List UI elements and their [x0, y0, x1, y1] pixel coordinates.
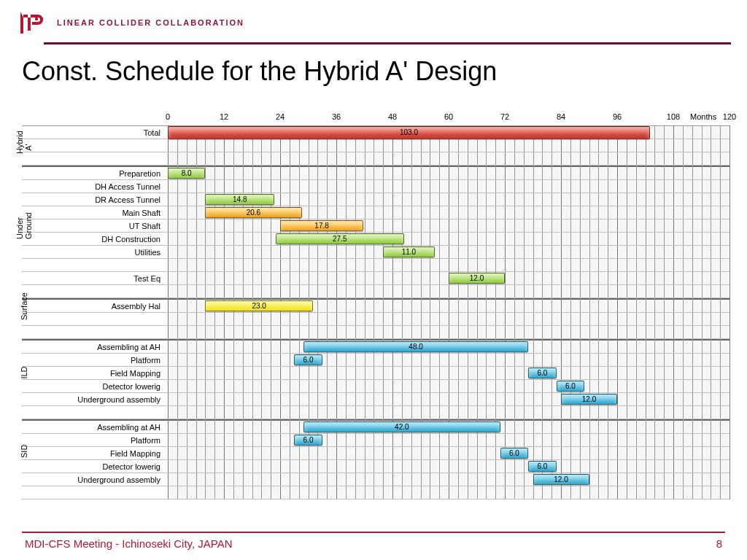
- axis-tick: 108: [667, 112, 680, 121]
- spacer-row: [22, 326, 729, 339]
- axis-unit: Months: [690, 112, 716, 121]
- task-track: 6.0: [168, 354, 729, 366]
- task-label: Field Mapping: [22, 367, 168, 379]
- task-label: Field Mapping: [22, 447, 168, 459]
- task-label: Assembling at AH: [22, 421, 168, 433]
- task-label: [22, 313, 168, 325]
- gantt-bar: 27.5: [276, 233, 404, 244]
- gantt-bar: 6.0: [557, 381, 585, 392]
- task-track: [168, 313, 729, 325]
- task-track: 12.0: [168, 473, 729, 486]
- task-label: Preparetion: [22, 167, 168, 179]
- task-label: [22, 139, 168, 152]
- task-label: [22, 152, 168, 165]
- task-label: Total: [22, 126, 168, 139]
- task-track: 11.0: [168, 246, 729, 258]
- task-track: 23.0: [168, 300, 729, 312]
- brand-logo-icon: [16, 10, 47, 35]
- gantt-bar: 11.0: [383, 246, 435, 257]
- task-row: Test Eq12.0: [22, 272, 729, 285]
- task-label: [22, 326, 168, 338]
- task-row: Total103.0: [22, 126, 729, 139]
- axis-tick: 12: [220, 112, 228, 121]
- task-track: 8.0: [168, 167, 729, 179]
- task-row: Assembling at AH48.0: [22, 341, 729, 354]
- spacer-row: [22, 152, 729, 166]
- task-label: Underground assembly: [22, 393, 168, 405]
- task-label: Detector lowerig: [22, 460, 168, 472]
- task-label: Assembly Hal: [22, 300, 168, 312]
- task-track: 20.6: [168, 206, 729, 219]
- task-label: [22, 486, 168, 499]
- task-row: Main Shaft20.6: [22, 206, 729, 219]
- footer: MDI-CFS Meeting - Ichinoseki City, JAPAN…: [0, 532, 747, 550]
- task-track: 42.0: [168, 421, 729, 433]
- task-track: [168, 180, 729, 192]
- svg-point-1: [40, 18, 43, 20]
- gantt-bar: 6.0: [528, 461, 557, 472]
- gantt-bar: 6.0: [500, 448, 529, 459]
- group-label: Surface: [20, 307, 28, 320]
- gantt-bar: 6.0: [528, 368, 557, 378]
- task-label: Test Eq: [22, 272, 168, 284]
- task-row: Field Mapping6.0: [22, 367, 729, 380]
- task-row: Detector lowerig6.0: [22, 460, 729, 473]
- task-track: 14.8: [168, 193, 729, 206]
- gantt-chart: 01224364860728496108120Months Total103.0…: [22, 112, 729, 499]
- task-row: Underground assembly12.0: [22, 473, 729, 486]
- task-track: 27.5: [168, 233, 729, 245]
- task-row: Underground assembly12.0: [22, 393, 729, 406]
- spacer-row: [22, 139, 729, 152]
- svg-point-0: [35, 18, 38, 20]
- task-track: [168, 406, 729, 419]
- spacer-row: [22, 486, 729, 499]
- brand: LINEAR COLLIDER COLLABORATION: [16, 10, 731, 35]
- group-label: Under Ground: [15, 226, 33, 239]
- axis-tick: 0: [166, 112, 170, 121]
- axis-tick: 84: [557, 112, 565, 121]
- task-track: [168, 259, 729, 271]
- gantt-bar: 6.0: [294, 354, 322, 365]
- gantt-grid: Total103.0Preparetion8.0DH Access Tunnel…: [22, 125, 729, 499]
- axis-tick: 120: [723, 112, 736, 121]
- page-title: Const. Schedule for the Hybrid A' Design: [0, 44, 747, 93]
- task-track: 12.0: [168, 272, 729, 284]
- task-track: 103.0: [168, 126, 729, 139]
- task-label: Assembling at AH: [22, 341, 168, 353]
- gantt-bar: 12.0: [533, 474, 589, 485]
- gantt-bar: 6.0: [294, 435, 322, 446]
- task-label: Detector lowerig: [22, 380, 168, 392]
- task-row: Platform6.0: [22, 354, 729, 367]
- task-track: 48.0: [168, 341, 729, 353]
- task-label: Main Shaft: [22, 206, 168, 219]
- axis-tick: 36: [332, 112, 341, 121]
- task-row: Assembling at AH42.0: [22, 421, 729, 434]
- axis-tick: 48: [388, 112, 397, 121]
- brand-name: LINEAR COLLIDER COLLABORATION: [57, 18, 244, 27]
- gantt-bar: 17.8: [280, 220, 363, 231]
- task-track: 6.0: [168, 434, 729, 446]
- task-row: Utilities11.0: [22, 246, 729, 259]
- gantt-bar: 8.0: [168, 168, 205, 179]
- spacer-row: [22, 313, 729, 326]
- gantt-bar: 20.6: [205, 207, 301, 218]
- task-row: Detector lowerig6.0: [22, 380, 729, 393]
- task-label: DR Access Tunnel: [22, 193, 168, 206]
- task-label: [22, 259, 168, 271]
- gantt-bar: 42.0: [303, 421, 500, 432]
- axis-tick: 24: [276, 112, 285, 121]
- gantt-rows: Total103.0Preparetion8.0DH Access Tunnel…: [22, 125, 729, 499]
- group-label: SID: [20, 445, 28, 458]
- footer-text: MDI-CFS Meeting - Ichinoseki City, JAPAN: [25, 537, 233, 550]
- task-label: Platform: [22, 354, 168, 366]
- axis-tick: 60: [444, 112, 453, 121]
- task-track: 12.0: [168, 393, 729, 405]
- axis-tick: 72: [500, 112, 509, 121]
- task-track: 6.0: [168, 367, 729, 379]
- task-label: Platform: [22, 434, 168, 446]
- task-label: Underground assembly: [22, 473, 168, 486]
- task-row: DH Construction27.5: [22, 233, 729, 246]
- task-row: Assembly Hal23.0: [22, 300, 729, 313]
- task-row: Preparetion8.0: [22, 167, 729, 180]
- gantt-bar: 48.0: [303, 341, 528, 352]
